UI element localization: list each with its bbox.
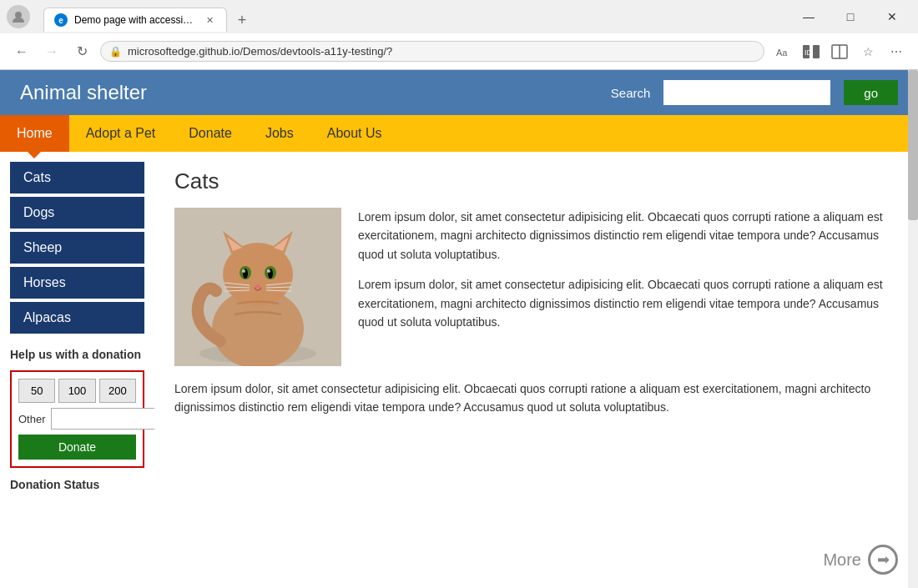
article-text-column: Lorem ipsum dolor, sit amet consectetur … (358, 208, 898, 366)
back-button[interactable]: ← (10, 40, 33, 63)
sidebar-item-dogs[interactable]: Dogs (10, 197, 144, 229)
minimize-button[interactable]: — (789, 4, 828, 29)
svg-point-20 (267, 269, 270, 273)
donation-status-title: Donation Status (10, 478, 144, 491)
tab-title: Demo page with accessibility issu (74, 14, 196, 26)
amount-buttons: 50 100 200 (18, 379, 136, 403)
maximize-button[interactable]: □ (831, 4, 870, 29)
site-header: Animal shelter Search go (0, 70, 918, 115)
address-bar: ← → ↻ 🔒 microsoftedge.github.io/Demos/de… (0, 33, 918, 70)
scrollbar[interactable] (908, 152, 918, 588)
split-screen-button[interactable] (828, 40, 851, 63)
sidebar: Cats Dogs Sheep Horses Alpacas Help us w… (0, 152, 154, 588)
nav-item-adopt[interactable]: Adopt a Pet (69, 115, 173, 152)
more-link[interactable]: More ➡ (823, 545, 898, 575)
sidebar-item-sheep[interactable]: Sheep (10, 232, 144, 264)
donation-box: 50 100 200 Other Donate (10, 370, 144, 468)
avatar (7, 5, 30, 28)
new-tab-button[interactable]: + (230, 8, 254, 32)
article-title: Cats (174, 168, 898, 194)
more-arrow-icon: ➡ (868, 545, 898, 575)
close-button[interactable]: ✕ (873, 4, 911, 29)
url-bar[interactable]: 🔒 microsoftedge.github.io/Demos/devtools… (100, 41, 764, 62)
donate-button[interactable]: Donate (18, 435, 136, 460)
main-content: Cats Dogs Sheep Horses Alpacas Help us w… (0, 152, 918, 588)
tab-favicon: e (54, 13, 68, 27)
tab-bar: e Demo page with accessibility issu ✕ + (37, 2, 254, 32)
svg-point-19 (242, 269, 245, 273)
other-label: Other (18, 413, 46, 425)
nav-item-home[interactable]: Home (0, 115, 69, 152)
title-bar: e Demo page with accessibility issu ✕ + … (0, 0, 918, 33)
search-label: Search (611, 86, 651, 100)
donation-title: Help us with a donation (10, 347, 144, 362)
amount-200-button[interactable]: 200 (99, 379, 136, 403)
amount-50-button[interactable]: 50 (18, 379, 55, 403)
svg-point-0 (15, 12, 22, 18)
toolbar-icons: Aa ID ☆ ⋯ (771, 40, 908, 63)
other-amount-row: Other (18, 408, 136, 430)
nav-item-donate[interactable]: Donate (172, 115, 249, 152)
sidebar-item-cats[interactable]: Cats (10, 162, 144, 193)
search-input[interactable] (663, 80, 830, 105)
more-options-button[interactable]: ⋯ (885, 40, 908, 63)
site-nav: Home Adopt a Pet Donate Jobs About Us (0, 115, 918, 152)
article-paragraph-2: Lorem ipsum dolor, sit amet consectetur … (358, 275, 898, 331)
browser-window: e Demo page with accessibility issu ✕ + … (0, 0, 918, 588)
article-paragraph-3: Lorem ipsum dolor, sit amet consectetur … (174, 379, 898, 417)
window-controls: — □ ✕ (789, 4, 911, 29)
scrollbar-thumb[interactable] (908, 152, 918, 220)
more-label: More (823, 550, 861, 570)
article-area: Cats (154, 152, 918, 588)
sidebar-item-horses[interactable]: Horses (10, 267, 144, 299)
read-aloud-button[interactable]: Aa (771, 40, 794, 63)
cat-image (174, 208, 341, 366)
nav-item-jobs[interactable]: Jobs (249, 115, 310, 152)
donation-section: Help us with a donation 50 100 200 Other… (10, 347, 144, 491)
article-body: Lorem ipsum dolor, sit amet consectetur … (174, 208, 898, 366)
search-go-button[interactable]: go (844, 80, 898, 105)
nav-item-about[interactable]: About Us (310, 115, 399, 152)
active-tab[interactable]: e Demo page with accessibility issu ✕ (43, 8, 227, 32)
article-paragraph-1: Lorem ipsum dolor, sit amet consectetur … (358, 208, 898, 264)
page-frame: Animal shelter Search go Home Adopt a Pe… (0, 70, 918, 588)
immersive-reader-button[interactable]: ID (799, 40, 823, 63)
url-text: microsoftedge.github.io/Demos/devtools-a… (128, 45, 392, 58)
amount-100-button[interactable]: 100 (58, 379, 95, 403)
svg-text:Aa: Aa (776, 48, 788, 58)
lock-icon: 🔒 (109, 46, 122, 58)
forward-button[interactable]: → (40, 40, 63, 63)
favorites-button[interactable]: ☆ (856, 40, 880, 63)
sidebar-item-alpacas[interactable]: Alpacas (10, 302, 144, 334)
svg-rect-3 (813, 45, 820, 58)
other-amount-input[interactable] (51, 408, 154, 430)
svg-text:ID: ID (805, 48, 813, 57)
site-title: Animal shelter (20, 81, 598, 104)
tab-close-button[interactable]: ✕ (203, 13, 216, 27)
refresh-button[interactable]: ↻ (70, 40, 93, 63)
